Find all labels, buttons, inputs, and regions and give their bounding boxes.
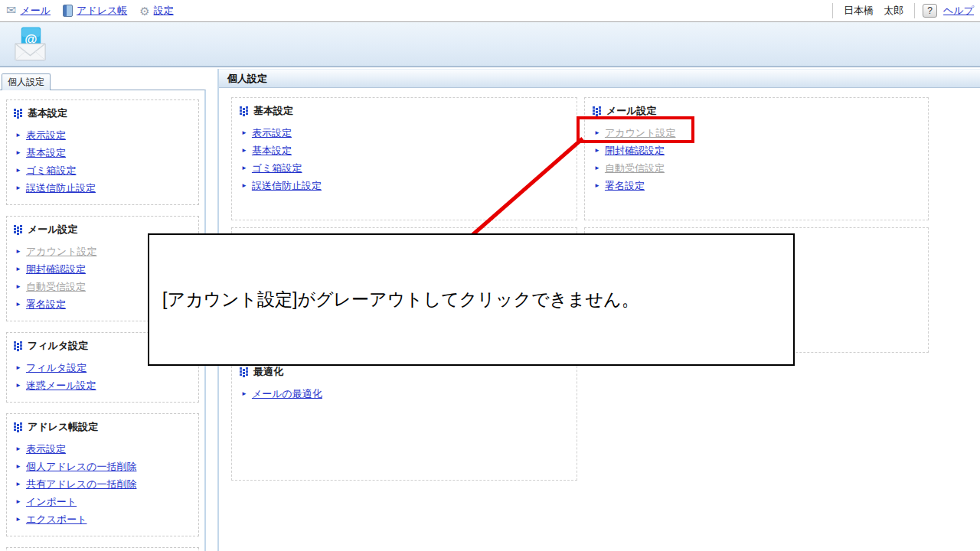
arrow-bullet-icon: ►	[594, 130, 600, 136]
addressbook-link[interactable]: アドレス帳	[77, 4, 127, 18]
mail-envelope-icon: ✉	[6, 5, 16, 17]
settings-link[interactable]: 設定	[154, 4, 174, 18]
arrow-bullet-icon: ►	[594, 148, 600, 154]
link-row: ► ゴミ箱設定	[240, 159, 569, 177]
link-export[interactable]: エクスポート	[26, 513, 87, 527]
menu-mail: ✉ メール	[6, 4, 51, 18]
menu-settings: ⚙ 設定	[139, 4, 173, 18]
main-panel-title: 個人設定	[219, 69, 980, 88]
link-personal-address-bulk-delete[interactable]: 個人アドレスの一括削除	[26, 460, 137, 474]
grid-icon	[14, 108, 23, 119]
arrow-bullet-icon: ►	[241, 165, 247, 171]
link-row: ► インポート	[14, 493, 194, 510]
link-row: ► 署名設定	[593, 177, 920, 194]
grid-icon	[593, 106, 602, 116]
link-trash-settings[interactable]: ゴミ箱設定	[26, 164, 77, 178]
app-toolbar: @	[0, 22, 980, 67]
annotation-text: [アカウント設定]がグレーアウトしてクリックできません。	[162, 288, 639, 311]
sidebar-section-basic-settings: 基本設定 ► 表示設定 ► 基本設定 ► ゴミ箱設定 ► 誤送信防止設定	[6, 99, 199, 205]
link-row: ► 開封確認設定	[593, 142, 920, 159]
main-section-basic-settings: 基本設定 ► 表示設定 ► 基本設定 ► ゴミ箱設定 ► 誤送信防止設定	[231, 97, 577, 220]
link-import[interactable]: インポート	[26, 495, 77, 509]
help-question-icon[interactable]: ?	[923, 4, 937, 18]
link-filter-settings[interactable]: フィルタ設定	[26, 361, 87, 375]
main-section-optimization: 最適化 ► メールの最適化	[231, 358, 577, 481]
arrow-bullet-icon: ►	[241, 183, 247, 189]
grid-icon	[14, 341, 23, 351]
link-address-display-settings[interactable]: 表示設定	[26, 442, 66, 456]
mail-at-icon[interactable]: @	[13, 26, 47, 62]
link-row: ► 表示設定	[240, 124, 569, 142]
arrow-bullet-icon: ►	[15, 266, 21, 272]
gear-icon: ⚙	[139, 5, 149, 17]
grid-icon	[240, 106, 249, 116]
link-spam-settings[interactable]: 迷惑メール設定	[26, 379, 96, 393]
link-trash-settings[interactable]: ゴミ箱設定	[252, 161, 302, 175]
sidebar-section-addressbook-settings: アドレス帳設定 ► 表示設定 ► 個人アドレスの一括削除 ► 共有アドレスの一括…	[6, 413, 199, 536]
link-missend-prevention-settings[interactable]: 誤送信防止設定	[252, 179, 322, 193]
main-section-mail-settings: メール設定 ► アカウント設定 ► 開封確認設定 ► 自動受信設定 ► 署名設定	[584, 97, 929, 220]
link-mail-optimization[interactable]: メールの最適化	[252, 387, 322, 401]
help-link[interactable]: ヘルプ	[943, 4, 974, 18]
link-row: ► 共有アドレスの一括削除	[14, 475, 194, 493]
section-title: フィルタ設定	[28, 339, 88, 353]
section-title: メール設定	[606, 104, 657, 118]
section-title: 基本設定	[253, 104, 293, 118]
arrow-bullet-icon: ►	[15, 284, 21, 290]
arrow-bullet-icon: ►	[15, 481, 21, 487]
section-header: メール設定	[593, 104, 920, 118]
grid-icon	[240, 367, 249, 377]
arrow-bullet-icon: ►	[15, 499, 21, 505]
addressbook-icon	[63, 5, 73, 17]
menu-addressbook: アドレス帳	[63, 4, 127, 18]
link-basic-settings[interactable]: 基本設定	[252, 144, 292, 158]
link-row: ► エクスポート	[14, 510, 194, 528]
tab-personal-settings[interactable]: 個人設定	[2, 73, 51, 90]
top-menu-bar: ✉ メール アドレス帳 ⚙ 設定 日本橋 太郎 ? ヘルプ	[0, 0, 980, 22]
arrow-bullet-icon: ►	[241, 148, 247, 154]
page-title: 個人設定	[227, 72, 267, 86]
link-shared-address-bulk-delete[interactable]: 共有アドレスの一括削除	[26, 478, 137, 491]
user-name: 日本橋 太郎	[833, 4, 914, 18]
section-header: 基本設定	[240, 104, 569, 118]
link-row: ► 基本設定	[14, 144, 194, 161]
annotation-callout: [アカウント設定]がグレーアウトしてクリックできません。	[148, 233, 795, 366]
link-row: ► アカウント設定	[593, 124, 920, 142]
arrow-bullet-icon: ►	[15, 446, 21, 452]
link-read-receipt-settings[interactable]: 開封確認設定	[26, 262, 86, 276]
link-read-receipt-settings[interactable]: 開封確認設定	[605, 144, 665, 158]
link-auto-receive-settings: 自動受信設定	[605, 161, 665, 175]
section-header: アドレス帳設定	[14, 420, 194, 434]
arrow-bullet-icon: ►	[594, 165, 600, 171]
arrow-bullet-icon: ►	[15, 185, 21, 191]
grid-icon	[14, 422, 23, 432]
link-row: ► 基本設定	[240, 142, 569, 159]
link-display-settings[interactable]: 表示設定	[26, 129, 66, 142]
arrow-bullet-icon: ►	[15, 365, 21, 371]
topbar-right: 日本橋 太郎 ? ヘルプ	[832, 3, 974, 18]
link-display-settings[interactable]: 表示設定	[252, 126, 292, 140]
arrow-bullet-icon: ►	[594, 183, 600, 189]
arrow-bullet-icon: ►	[241, 130, 247, 136]
section-title: メール設定	[28, 223, 78, 236]
link-row: ► 表示設定	[14, 126, 194, 144]
webmail-settings-page: ✉ メール アドレス帳 ⚙ 設定 日本橋 太郎 ? ヘルプ @	[0, 0, 980, 551]
link-basic-settings[interactable]: 基本設定	[26, 146, 66, 160]
link-signature-settings[interactable]: 署名設定	[605, 179, 645, 193]
arrow-bullet-icon: ►	[15, 464, 21, 470]
link-auto-receive-settings: 自動受信設定	[26, 280, 86, 294]
arrow-bullet-icon: ►	[15, 302, 21, 308]
link-missend-prevention-settings[interactable]: 誤送信防止設定	[26, 181, 96, 195]
link-row: ► 表示設定	[14, 440, 194, 458]
section-title: 基本設定	[28, 106, 67, 120]
separator	[914, 3, 915, 18]
link-signature-settings[interactable]: 署名設定	[26, 298, 66, 311]
mail-link[interactable]: メール	[20, 4, 51, 18]
sidebar-section-optimization: 最適化	[6, 547, 199, 551]
grid-icon	[14, 224, 23, 235]
arrow-bullet-icon: ►	[15, 150, 21, 156]
arrow-bullet-icon: ►	[15, 132, 21, 139]
link-row: ► 誤送信防止設定	[240, 177, 569, 194]
arrow-bullet-icon: ►	[15, 168, 21, 174]
section-title: アドレス帳設定	[28, 420, 98, 434]
